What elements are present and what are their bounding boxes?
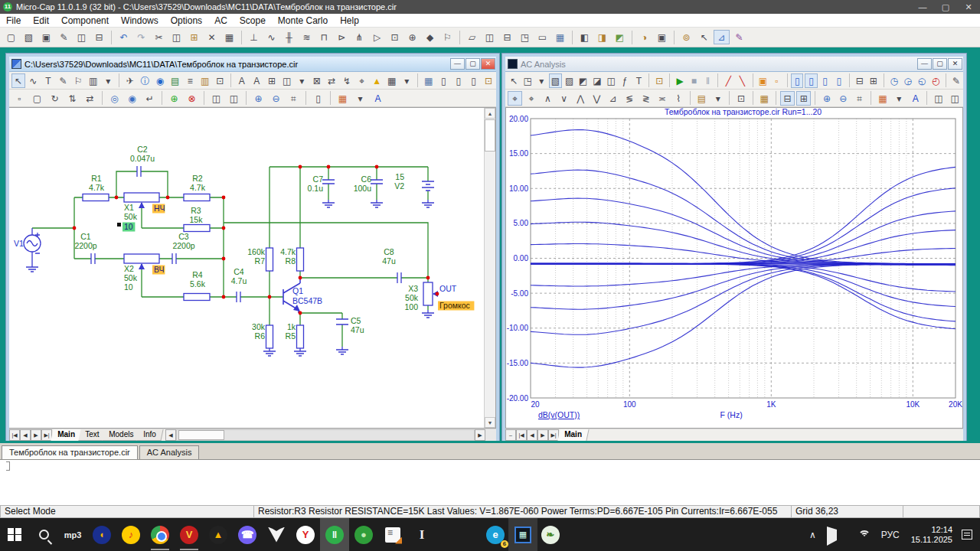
capacitor-C6[interactable] bbox=[371, 180, 383, 184]
clock3-icon[interactable]: ◵ bbox=[916, 73, 928, 88]
page-icon[interactable]: ▯ bbox=[310, 91, 326, 106]
show-node-numbers-icon[interactable]: A bbox=[250, 73, 264, 88]
component-label-15[interactable]: 15 bbox=[395, 172, 404, 181]
cursor-all-icon[interactable]: ⌖ bbox=[508, 91, 522, 106]
component-label-ВЧ[interactable]: ВЧ bbox=[154, 265, 165, 274]
select-tool-icon[interactable]: ↖ bbox=[508, 73, 520, 88]
shape-editor-icon[interactable]: ◨ bbox=[594, 30, 610, 44]
panel4-icon[interactable]: ▯ bbox=[833, 73, 845, 88]
schematic-minimize-button[interactable]: — bbox=[450, 58, 465, 70]
component-label-15k[interactable]: 15k bbox=[190, 215, 204, 224]
restore-button[interactable]: ▢ bbox=[934, 0, 957, 14]
valley-icon[interactable]: ∨ bbox=[557, 91, 571, 106]
box-icon[interactable]: ⊠ bbox=[310, 73, 324, 88]
panel2-icon[interactable]: ▯ bbox=[805, 73, 817, 88]
zoom-out-icon[interactable]: ⊖ bbox=[268, 91, 284, 106]
grid-icon[interactable]: ▦ bbox=[385, 73, 399, 88]
sheet-tab-models[interactable]: Models bbox=[103, 429, 141, 441]
scroll-up-icon[interactable]: ▲ bbox=[485, 108, 495, 119]
component-label-4.7k[interactable]: 4.7k bbox=[280, 247, 296, 256]
component-label-R5[interactable]: R5 bbox=[286, 331, 296, 341]
calc-icon[interactable]: ▦ bbox=[422, 73, 436, 88]
menu-monte-carlo[interactable]: Monte Carlo bbox=[272, 14, 334, 27]
yandex-app-icon[interactable]: Y bbox=[291, 518, 320, 551]
clock1-icon[interactable]: ◷ bbox=[888, 73, 900, 88]
flip-vertical-icon[interactable]: ⇅ bbox=[64, 91, 80, 106]
sheet2-icon[interactable]: ▯ bbox=[452, 73, 466, 88]
resistor-R3[interactable] bbox=[184, 225, 210, 232]
notes-app-icon[interactable] bbox=[378, 518, 407, 551]
select-tool-icon[interactable]: ↖ bbox=[11, 73, 25, 88]
run-icon[interactable]: ▶ bbox=[674, 73, 686, 88]
ac-page-nav-3[interactable]: ▶ bbox=[537, 429, 548, 441]
menu-ac[interactable]: AC bbox=[208, 14, 234, 27]
clock2-icon[interactable]: ◶ bbox=[902, 73, 914, 88]
scale-mode-icon[interactable]: ▧ bbox=[549, 73, 561, 88]
component-label-R8[interactable]: R8 bbox=[286, 256, 296, 266]
close-button[interactable]: ✕ bbox=[957, 0, 980, 14]
cursor-next-icon[interactable]: ⌖ bbox=[524, 91, 538, 106]
window-tab-1[interactable]: AC Analysis bbox=[139, 445, 200, 459]
animate-mode-icon[interactable]: ◑ bbox=[636, 30, 652, 44]
notification-center-icon[interactable] bbox=[962, 530, 972, 540]
schematic-horizontal-scrollbar[interactable] bbox=[176, 429, 475, 441]
vegas-app-icon[interactable]: V bbox=[175, 518, 204, 551]
cut-icon[interactable]: ✂ bbox=[151, 30, 167, 44]
component-label-X3[interactable]: X3 bbox=[408, 284, 418, 293]
component-label-5.6k[interactable]: 5.6k bbox=[190, 279, 206, 289]
find-next-icon[interactable]: ◉ bbox=[124, 91, 140, 106]
wifi-icon[interactable] bbox=[858, 530, 871, 540]
component-label-R4[interactable]: R4 bbox=[192, 270, 203, 279]
schematic-vertical-scrollbar[interactable]: ▲ ▼ bbox=[484, 108, 495, 428]
capacitor-icon[interactable]: ╫ bbox=[281, 30, 297, 44]
window-tab-0[interactable]: Темброблок на транзисторе.cir bbox=[2, 445, 138, 459]
schematic-window-title-bar[interactable]: C:\Users\37529\Downloads\MC11\DATA\Тембр… bbox=[9, 57, 496, 72]
component-label-C7[interactable]: C7 bbox=[313, 174, 324, 184]
paste-from-clip-icon[interactable]: ◫ bbox=[226, 91, 242, 106]
component-label-R7[interactable]: R7 bbox=[255, 256, 266, 266]
view-dropdown-icon[interactable]: ▾ bbox=[102, 73, 116, 88]
attribute-text-icon[interactable]: ✈ bbox=[123, 73, 137, 88]
bus-mode-icon[interactable]: ▥ bbox=[87, 73, 100, 88]
component-label-47u[interactable]: 47u bbox=[351, 325, 364, 334]
text-mode-icon[interactable]: T bbox=[41, 73, 55, 88]
go-icon[interactable]: ⊕ bbox=[166, 91, 182, 106]
cascade-windows-icon[interactable]: ▱ bbox=[464, 30, 480, 44]
zoom-in-icon[interactable]: ⊕ bbox=[250, 91, 266, 106]
component-label-R6[interactable]: R6 bbox=[255, 331, 266, 341]
calculator-icon[interactable]: ▦ bbox=[552, 30, 568, 44]
component-label-10[interactable]: 10 bbox=[124, 282, 133, 292]
stop-icon[interactable]: ⊗ bbox=[184, 91, 200, 106]
properties-icon[interactable]: ⊡ bbox=[214, 73, 227, 88]
component-label-X1[interactable]: X1 bbox=[124, 203, 134, 212]
green-tool-app-icon[interactable]: ● bbox=[349, 518, 378, 551]
inductor-icon[interactable]: ≋ bbox=[299, 30, 315, 44]
split-horizontal-icon[interactable]: ⊟ bbox=[854, 73, 866, 88]
edit-limits-icon[interactable]: ✎ bbox=[950, 73, 962, 88]
sheet-tab-main[interactable]: Main bbox=[51, 429, 82, 441]
save-icon[interactable]: ▣ bbox=[38, 30, 54, 44]
potentiometer-X1[interactable] bbox=[124, 193, 159, 202]
component-label-160k[interactable]: 160k bbox=[247, 247, 266, 256]
clipboard-icon[interactable]: ▤ bbox=[694, 91, 709, 106]
component-label-50k[interactable]: 50k bbox=[124, 212, 138, 221]
overlap-icon[interactable]: ◳ bbox=[517, 30, 533, 44]
properties-icon[interactable]: ⊡ bbox=[653, 73, 665, 88]
cross-icon[interactable]: ⌖ bbox=[355, 73, 369, 88]
component-label-C8[interactable]: C8 bbox=[384, 247, 394, 256]
paste-icon[interactable]: ⊞ bbox=[186, 30, 202, 44]
microcap-app-icon[interactable]: ‖ bbox=[320, 518, 349, 551]
capacitor-C8[interactable] bbox=[397, 272, 401, 283]
component-panel-icon[interactable]: ◧ bbox=[577, 30, 593, 44]
delete-icon[interactable]: ✕ bbox=[204, 30, 220, 44]
zoom-cursor-icon[interactable]: ⌗ bbox=[852, 91, 867, 106]
component-label-2200p[interactable]: 2200p bbox=[74, 241, 96, 250]
ac-plot-panel[interactable]: 20.0015.0010.005.000.00-5.00-10.00-15.00… bbox=[505, 107, 963, 429]
data-points-icon[interactable]: ▣ bbox=[756, 73, 769, 88]
zoom-in-icon[interactable]: ⊕ bbox=[819, 91, 834, 106]
menu-windows[interactable]: Windows bbox=[115, 14, 165, 27]
revert-icon[interactable]: ✎ bbox=[56, 30, 72, 44]
capacitor-C5[interactable] bbox=[336, 319, 348, 324]
component-label-X2[interactable]: X2 bbox=[124, 264, 134, 273]
graphics-mode-icon[interactable]: ✎ bbox=[57, 73, 70, 88]
